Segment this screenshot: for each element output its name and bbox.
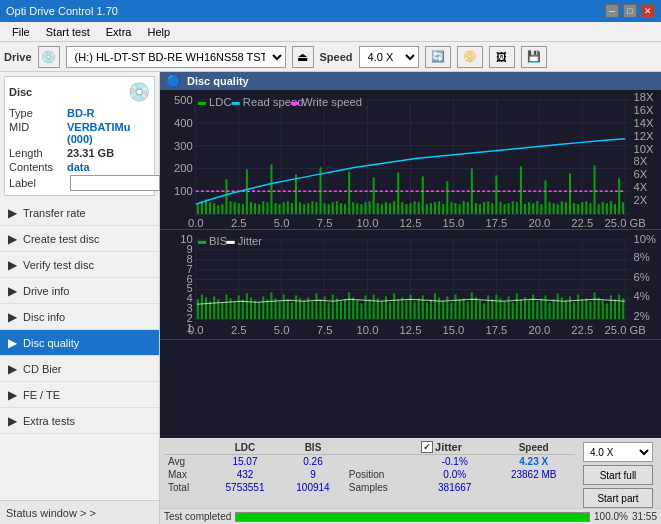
svg-rect-266 (446, 296, 448, 319)
speed-select-main[interactable]: 4.0 X (359, 46, 419, 68)
svg-rect-71 (287, 201, 289, 214)
svg-rect-97 (393, 201, 395, 214)
disc-label-row: Label ⚙ (9, 175, 150, 191)
svg-rect-104 (422, 176, 424, 214)
svg-rect-128 (520, 166, 522, 214)
svg-rect-215 (238, 295, 240, 319)
stats-max-pos: 23862 MB (492, 468, 575, 481)
nav-fe-te[interactable]: ▶ FE / TE (0, 382, 159, 408)
disc-label-input[interactable] (70, 175, 160, 191)
disc-panel-header: Disc 💿 (9, 81, 150, 103)
stats-avg-empty (345, 455, 417, 469)
svg-rect-234 (315, 293, 317, 319)
svg-rect-211 (221, 302, 223, 319)
start-part-button[interactable]: Start part (583, 488, 653, 508)
nav-label-verify-test: Verify test disc (23, 259, 94, 271)
svg-text:Jitter: Jitter (238, 235, 263, 247)
dq-icon: 🔵 (166, 74, 181, 88)
svg-rect-305 (606, 303, 608, 319)
svg-rect-141 (573, 203, 575, 214)
svg-text:5.0: 5.0 (274, 217, 290, 229)
svg-text:25.0 GB: 25.0 GB (605, 324, 646, 336)
svg-rect-295 (565, 300, 567, 319)
toolbar-btn-1[interactable]: 🔄 (425, 46, 451, 68)
status-window[interactable]: Status window > > (0, 500, 159, 524)
nav-cd-bier[interactable]: ▶ CD Bier (0, 356, 159, 382)
svg-rect-56 (225, 179, 227, 214)
svg-rect-54 (217, 205, 219, 214)
svg-rect-60 (242, 204, 244, 214)
svg-rect-108 (438, 201, 440, 214)
svg-rect-147 (598, 204, 600, 214)
nav-disc-quality[interactable]: ▶ Disc quality (0, 330, 159, 356)
svg-rect-212 (225, 294, 227, 319)
svg-rect-136 (553, 203, 555, 214)
toolbar-btn-2[interactable]: 📀 (457, 46, 483, 68)
svg-text:14X: 14X (633, 117, 654, 129)
start-full-button[interactable]: Start full (583, 465, 653, 485)
menu-file[interactable]: File (4, 24, 38, 40)
chart-bis-svg: 10 9 8 7 6 5 4 3 2 1 10% 8% 6% 4% 2% (160, 230, 661, 339)
menu-extra[interactable]: Extra (98, 24, 140, 40)
svg-text:8X: 8X (633, 156, 647, 168)
stats-avg-row: Avg 15.07 0.26 -0.1% 4.23 X (164, 455, 575, 469)
nav-disc-info[interactable]: ▶ Disc info (0, 304, 159, 330)
status-text: Test completed (164, 511, 231, 522)
toolbar-btn-4[interactable]: 💾 (521, 46, 547, 68)
svg-rect-117 (475, 203, 477, 214)
svg-rect-142 (577, 204, 579, 214)
disc-length-value: 23.31 GB (67, 147, 114, 159)
svg-text:400: 400 (174, 117, 193, 129)
nav-label-create-test: Create test disc (23, 233, 99, 245)
nav-transfer-rate[interactable]: ▶ Transfer rate (0, 200, 159, 226)
menu-help[interactable]: Help (139, 24, 178, 40)
svg-rect-237 (328, 302, 330, 319)
maximize-button[interactable]: □ (623, 4, 637, 18)
svg-text:2%: 2% (633, 310, 649, 322)
close-button[interactable]: ✕ (641, 4, 655, 18)
svg-rect-88 (356, 203, 358, 214)
svg-rect-270 (463, 298, 465, 319)
svg-text:200: 200 (174, 163, 193, 175)
dq-title: Disc quality (187, 75, 249, 87)
toolbar-btn-3[interactable]: 🖼 (489, 46, 515, 68)
drive-select[interactable]: (H:) HL-DT-ST BD-RE WH16NS58 TST4 (66, 46, 286, 68)
svg-rect-113 (459, 204, 461, 214)
eject-button[interactable]: ⏏ (292, 46, 314, 68)
progress-percent: 100.0% (594, 511, 628, 522)
nav-drive-info[interactable]: ▶ Drive info (0, 278, 159, 304)
minimize-button[interactable]: ─ (605, 4, 619, 18)
svg-text:2X: 2X (633, 194, 647, 206)
speed-select-stats[interactable]: 4.0 X (583, 442, 653, 462)
nav-label-extra-tests: Extra tests (23, 415, 75, 427)
window-controls: ─ □ ✕ (605, 4, 655, 18)
menu-start-test[interactable]: Start test (38, 24, 98, 40)
svg-rect-94 (381, 204, 383, 214)
svg-rect-129 (524, 204, 526, 214)
nav-create-test-disc[interactable]: ▶ Create test disc (0, 226, 159, 252)
svg-rect-124 (504, 204, 506, 214)
disc-contents-label: Contents (9, 161, 67, 173)
svg-rect-289 (540, 298, 542, 319)
svg-rect-102 (414, 201, 416, 214)
nav-extra-tests[interactable]: ▶ Extra tests (0, 408, 159, 434)
svg-rect-306 (610, 295, 612, 319)
stats-total-bis: 100914 (281, 481, 345, 494)
drive-icon-btn[interactable]: 💿 (38, 46, 60, 68)
svg-text:20.0: 20.0 (528, 217, 550, 229)
svg-rect-106 (430, 203, 432, 214)
nav-verify-test-disc[interactable]: ▶ Verify test disc (0, 252, 159, 278)
svg-rect-223 (270, 292, 272, 319)
nav-label-disc-quality: Disc quality (23, 337, 79, 349)
progress-track (235, 512, 590, 522)
svg-rect-95 (385, 202, 387, 214)
svg-rect-267 (450, 302, 452, 319)
svg-rect-75 (303, 204, 305, 214)
svg-rect-262 (430, 299, 432, 319)
jitter-checkbox[interactable]: ✓ (421, 441, 433, 453)
svg-rect-259 (418, 298, 420, 319)
svg-rect-52 (209, 202, 211, 214)
svg-rect-229 (295, 295, 297, 319)
disc-panel-title: Disc (9, 86, 32, 98)
svg-rect-57 (230, 201, 232, 214)
